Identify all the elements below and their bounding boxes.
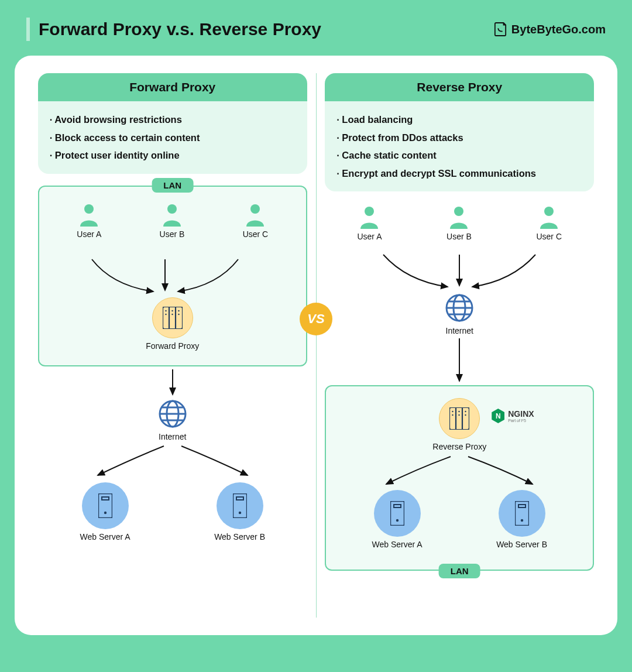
user-icon: [538, 205, 560, 229]
server-node: Web Server B: [496, 490, 547, 549]
bullet-item: · Load balancing: [336, 111, 582, 129]
reverse-users-row: User A User B User C: [325, 205, 594, 241]
nginx-hex-icon: N: [492, 409, 504, 423]
reverse-proxy-wrap: Reverse Proxy N NGINX Part of F5: [335, 398, 584, 452]
user-node: User B: [446, 205, 472, 241]
bullet-item: · Cache static content: [336, 146, 582, 164]
internet-node: Internet: [157, 399, 188, 441]
users-to-internet-arrows: [336, 252, 582, 293]
proxy-icon: [152, 297, 193, 338]
user-icon: [448, 205, 470, 229]
forward-bullets: · Avoid browsing restrictions · Block ac…: [38, 101, 307, 174]
main-title: Forward Proxy v.s. Reverse Proxy: [39, 19, 321, 39]
reverse-servers-row: Web Server A Web Server B: [335, 490, 584, 549]
globe-icon: [157, 399, 188, 429]
bullet-item: · Protect from DDos attacks: [336, 129, 582, 147]
bullet-item: · Protect user identity online: [50, 146, 296, 164]
reverse-proxy-node: Reverse Proxy: [432, 398, 486, 452]
user-icon: [244, 203, 266, 227]
reverse-lan-box: LAN Reverse Proxy N NGINX: [325, 385, 594, 571]
forward-heading: Forward Proxy: [38, 73, 307, 101]
proxy-to-servers-arrows: [336, 452, 582, 490]
brand-box-icon: [494, 22, 507, 37]
brand-logo: ByteByteGo.com: [494, 22, 606, 37]
user-label: User B: [160, 229, 185, 239]
bullet-item: · Avoid browsing restrictions: [50, 111, 296, 129]
user-label: User C: [536, 232, 562, 241]
forward-column: Forward Proxy · Avoid browsing restricti…: [29, 73, 316, 618]
diagram-header: Forward Proxy v.s. Reverse Proxy ByteByt…: [15, 18, 617, 41]
server-node: Web Server A: [372, 490, 422, 549]
reverse-info-box: Reverse Proxy · Load balancing · Protect…: [325, 73, 594, 191]
bullet-item: · Encrypt and decrypt SSL communications: [336, 164, 582, 183]
user-label: User C: [243, 229, 269, 239]
server-icon: [374, 490, 421, 537]
server-label: Web Server B: [214, 532, 265, 541]
server-icon: [217, 482, 263, 529]
forward-proxy-node: Forward Proxy: [48, 297, 297, 351]
internet-node: Internet: [444, 293, 475, 335]
nginx-text: NGINX Part of F5: [508, 409, 534, 423]
users-to-proxy-arrows: [48, 256, 282, 297]
user-label: User A: [77, 229, 101, 239]
internet-label: Internet: [446, 326, 473, 335]
globe-icon: [444, 293, 475, 323]
nginx-badge: N NGINX Part of F5: [492, 409, 534, 423]
reverse-column: Reverse Proxy · Load balancing · Protect…: [317, 73, 603, 618]
user-icon: [358, 205, 380, 229]
forward-users-row: User A User B User C: [48, 203, 297, 239]
server-node: Web Server B: [214, 482, 265, 541]
server-label: Web Server A: [372, 540, 422, 549]
title-wrap: Forward Proxy v.s. Reverse Proxy: [26, 18, 321, 41]
server-node: Web Server A: [80, 482, 130, 541]
user-node: User B: [160, 203, 185, 239]
reverse-bullets: · Load balancing · Protect from DDos att…: [325, 101, 594, 191]
user-icon: [161, 203, 183, 227]
internet-to-proxy-arrow: [442, 335, 477, 385]
vs-badge: VS: [300, 303, 332, 335]
bullet-item: · Block access to certain content: [50, 129, 296, 147]
brand-text: ByteByteGo.com: [511, 23, 606, 36]
internet-to-servers-arrows: [50, 441, 296, 482]
forward-lan-box: LAN User A User B User C: [38, 186, 307, 366]
forward-servers-row: Web Server A Web Server B: [38, 482, 307, 541]
user-icon: [78, 203, 100, 227]
user-node: User C: [536, 205, 562, 241]
user-node: User A: [357, 205, 382, 241]
proxy-icon: [439, 398, 480, 439]
user-label: User B: [446, 232, 472, 241]
server-label: Web Server A: [80, 532, 130, 541]
internet-label: Internet: [159, 432, 186, 441]
user-node: User C: [243, 203, 269, 239]
reverse-heading: Reverse Proxy: [325, 73, 594, 101]
lan-label: LAN: [439, 564, 480, 578]
server-icon: [499, 490, 545, 537]
server-label: Web Server B: [496, 540, 547, 549]
forward-info-box: Forward Proxy · Avoid browsing restricti…: [38, 73, 307, 174]
user-node: User A: [77, 203, 101, 239]
lan-label: LAN: [152, 178, 193, 193]
user-label: User A: [357, 232, 382, 241]
comparison-card: VS Forward Proxy · Avoid browsing restri…: [15, 56, 617, 635]
title-accent: [26, 18, 30, 41]
proxy-label: Reverse Proxy: [432, 442, 486, 452]
server-icon: [82, 482, 129, 529]
proxy-label: Forward Proxy: [146, 341, 199, 351]
proxy-to-internet-arrow: [155, 366, 190, 399]
